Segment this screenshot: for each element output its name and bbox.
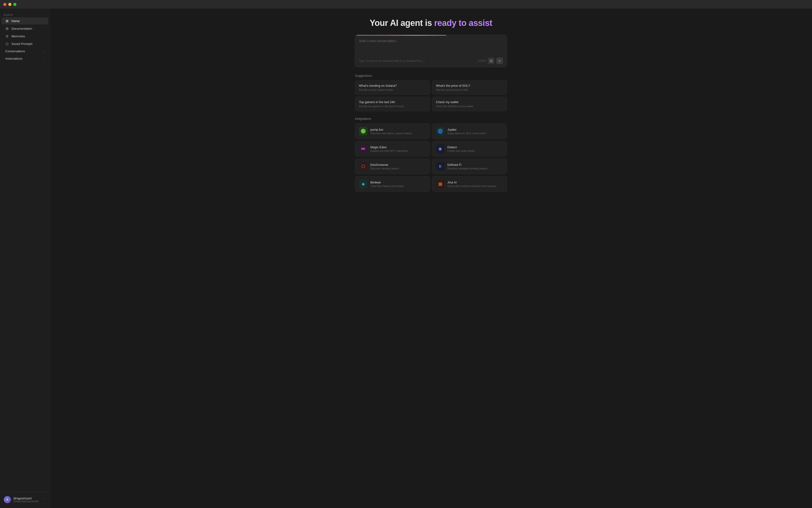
suggestion-card[interactable]: Check my wallet check the portfolio of y…: [432, 97, 507, 111]
suggestion-title: What's the price of SOL?: [436, 84, 503, 87]
integration-info-dexscreener: DexScreener Discover trending tokens: [370, 163, 399, 170]
app-layout: Explore ⊞ Home ⊟ Documentation ⊙ Memorie…: [0, 8, 812, 508]
conversations-chevron-icon: ›: [43, 50, 44, 53]
send-icon: ➤: [498, 59, 501, 63]
titlebar: [0, 0, 812, 8]
memories-icon: ⊙: [5, 34, 9, 38]
integration-card-jupiter[interactable]: 🌀 Jupiter Swap tokens & DCA, Limit order…: [432, 123, 507, 139]
sidebar-automations[interactable]: Automations ›: [1, 55, 48, 62]
integration-card-magiceden[interactable]: ME Magic Eden Explore the best NFT colle…: [355, 141, 430, 157]
integration-icon-jinaai: ▦: [436, 180, 445, 188]
integration-icon-magiceden: ME: [359, 144, 367, 153]
explore-label: Explore: [0, 11, 50, 17]
integration-name: DexScreener: [370, 163, 399, 167]
conversations-label: Conversations: [5, 49, 25, 53]
suggestions-grid: What's trending on Solana? find the curr…: [355, 80, 507, 111]
avatar: A: [4, 496, 11, 503]
integration-info-jupiter: Jupiter Swap tokens & DCA, Limit orders: [447, 128, 486, 135]
chat-input[interactable]: [355, 36, 507, 55]
chat-hint: Type / to search for saved prompts (e.g.…: [359, 59, 424, 62]
integration-card-dialect[interactable]: ◉ Dialect Create and share blinks: [432, 141, 507, 157]
integration-card-definedfi[interactable]: D Defined Fi Discover unbiased trending …: [432, 159, 507, 174]
integration-card-pumpfun[interactable]: 🟢 pump.fun Discover new tokens, launch t…: [355, 123, 430, 139]
account-name: @AgentAxisAI: [13, 497, 41, 500]
char-count: 0/2000: [478, 59, 486, 62]
integration-desc: Explore the best NFT collections: [370, 150, 408, 152]
integration-info-magiceden: Magic Eden Explore the best NFT collecti…: [370, 145, 408, 152]
suggestion-title: Check my wallet: [436, 100, 503, 104]
integration-icon-definedfi: D: [436, 162, 445, 171]
page-title: Your AI agent is ready to assist: [55, 18, 807, 28]
integration-info-jinaai: Jina AI Smart web content extraction and…: [447, 180, 497, 187]
chat-actions: 0/2000 🖼 ➤: [478, 57, 503, 64]
integration-info-birdeye: Birdeye Track top traders and whales: [370, 180, 404, 187]
sidebar-item-saved-prompts-label: Saved Prompts: [11, 42, 33, 46]
integrations-section-title: Integrations: [355, 117, 507, 121]
documentation-icon: ⊟: [5, 27, 9, 31]
integration-icon-dexscreener: ⬡: [359, 162, 367, 171]
suggestion-desc: find the current price of SOL: [436, 88, 503, 91]
integration-name: Birdeye: [370, 180, 404, 184]
integration-desc: Swap tokens & DCA, Limit orders: [447, 132, 486, 135]
suggestion-title: Top gainers in the last 24h: [359, 100, 426, 104]
sidebar-conversations[interactable]: Conversations ›: [1, 48, 48, 55]
integration-name: Dialect: [447, 145, 475, 149]
integration-card-birdeye[interactable]: ◈ Birdeye Track top traders and whales: [355, 176, 430, 192]
integration-card-dexscreener[interactable]: ⬡ DexScreener Discover trending tokens: [355, 159, 430, 174]
suggestions-section-title: Suggestions: [355, 74, 507, 78]
integration-desc: Discover trending tokens: [370, 167, 399, 170]
chat-input-footer: Type / to search for saved prompts (e.g.…: [355, 55, 507, 67]
suggestion-desc: find the current market trends: [359, 88, 426, 91]
integration-icon-dialect: ◉: [436, 144, 445, 153]
attach-image-button[interactable]: 🖼: [488, 57, 494, 64]
integration-icon-birdeye: ◈: [359, 180, 367, 188]
maximize-button[interactable]: [13, 3, 16, 6]
integration-name: Defined Fi: [447, 163, 488, 167]
account-item[interactable]: A @AgentAxisAI cm6a226qf01bh14nc88u... ⌃: [1, 494, 48, 505]
automations-chevron-icon: ›: [43, 57, 44, 60]
integration-desc: Discover new tokens, launch tokens: [370, 132, 412, 135]
integration-desc: Track top traders and whales: [370, 184, 404, 187]
send-button[interactable]: ➤: [496, 57, 503, 64]
integration-name: Jupiter: [447, 128, 486, 131]
home-icon: ⊞: [5, 19, 9, 23]
integration-desc: Discover unbiased trending tokens: [447, 167, 488, 170]
suggestion-desc: check the portfolio of your wallet: [436, 105, 503, 108]
chat-input-container: Type / to search for saved prompts (e.g.…: [355, 35, 507, 67]
sidebar-item-documentation-label: Documentation: [11, 27, 32, 31]
sidebar-item-memories-label: Memories: [11, 35, 25, 38]
saved-prompts-icon: ◻: [5, 42, 9, 46]
close-button[interactable]: [3, 3, 6, 6]
integration-icon-pumpfun: 🟢: [359, 127, 367, 135]
minimize-button[interactable]: [8, 3, 11, 6]
suggestion-card[interactable]: What's trending on Solana? find the curr…: [355, 80, 430, 95]
sidebar-item-saved-prompts[interactable]: ◻ Saved Prompts: [1, 40, 48, 47]
integration-name: pump.fun: [370, 128, 412, 131]
main-content: Your AI agent is ready to assist Type / …: [50, 8, 812, 508]
integration-info-dialect: Dialect Create and share blinks: [447, 145, 475, 152]
sidebar-item-memories[interactable]: ⊙ Memories: [1, 33, 48, 40]
sidebar: Explore ⊞ Home ⊟ Documentation ⊙ Memorie…: [0, 8, 50, 508]
sidebar-bottom: A @AgentAxisAI cm6a226qf01bh14nc88u... ⌃: [0, 492, 50, 505]
integration-info-definedfi: Defined Fi Discover unbiased trending to…: [447, 163, 488, 170]
integration-name: Jina AI: [447, 180, 497, 184]
account-id: cm6a226qf01bh14nc88u...: [13, 500, 41, 503]
suggestion-card[interactable]: What's the price of SOL? find the curren…: [432, 80, 507, 95]
suggestion-title: What's trending on Solana?: [359, 84, 426, 87]
integration-desc: Smart web content extraction and analysi…: [447, 184, 497, 187]
sidebar-item-home[interactable]: ⊞ Home: [1, 17, 48, 25]
integration-info-pumpfun: pump.fun Discover new tokens, launch tok…: [370, 128, 412, 135]
account-info: @AgentAxisAI cm6a226qf01bh14nc88u...: [13, 497, 41, 503]
integration-icon-jupiter: 🌀: [436, 127, 445, 135]
sidebar-item-documentation[interactable]: ⊟ Documentation: [1, 25, 48, 32]
integration-name: Magic Eden: [370, 145, 408, 149]
suggestion-card[interactable]: Top gainers in the last 24h find the top…: [355, 97, 430, 111]
integration-desc: Create and share blinks: [447, 150, 475, 152]
account-chevron-icon: ⌃: [44, 498, 46, 501]
suggestion-desc: find the top gainers in the last 24 hour…: [359, 105, 426, 108]
image-icon: 🖼: [490, 59, 493, 63]
integration-card-jinaai[interactable]: ▦ Jina AI Smart web content extraction a…: [432, 176, 507, 192]
automations-label: Automations: [5, 57, 22, 60]
integrations-grid: 🟢 pump.fun Discover new tokens, launch t…: [355, 123, 507, 192]
sidebar-item-home-label: Home: [11, 19, 20, 23]
